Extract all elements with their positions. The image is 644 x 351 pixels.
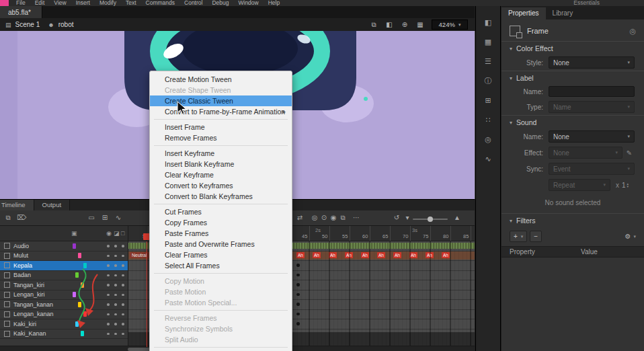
menu-item-insert-keyframe[interactable]: Insert Keyframe <box>150 148 292 159</box>
menu-item-insert-blank-keyframe[interactable]: Insert Blank Keyframe <box>150 159 292 169</box>
section-sound[interactable]: ▾ Sound <box>501 115 644 128</box>
edit-multiple-frames-icon[interactable]: ⧉ <box>337 212 348 223</box>
layer-outline-dot[interactable] <box>122 264 124 267</box>
filter-options-button[interactable]: ⚙ ▾ <box>625 233 636 240</box>
layer-row-tangan-kanan[interactable]: Tangan_kanan <box>0 300 128 310</box>
menu-item-cut-frames[interactable]: Cut Frames <box>150 206 292 217</box>
section-color-effect[interactable]: ▾ Color Effect <box>501 41 644 54</box>
menu-file[interactable]: File <box>11 0 30 6</box>
layer-row-lengan-kanan[interactable]: Lengan_kanan <box>0 310 128 320</box>
layer-lock-dot[interactable] <box>114 245 117 247</box>
layer-visibility-dot[interactable] <box>107 313 110 316</box>
layer-outline-dot[interactable] <box>122 255 124 258</box>
layer-row-tangan-kiri[interactable]: Tangan_kiri <box>0 280 128 290</box>
layer-outline-dot[interactable] <box>122 323 124 325</box>
menu-item-convert-to-frame-by-frame-animation[interactable]: Convert to Frame-by-Frame Animation▸ <box>150 106 292 117</box>
section-filters[interactable]: ▾ Filters <box>501 213 644 227</box>
layer-lock-dot[interactable] <box>114 333 117 336</box>
lock-icon[interactable]: ◪ <box>114 229 120 237</box>
menu-view[interactable]: View <box>49 0 71 6</box>
layer-visibility-dot[interactable] <box>107 284 110 286</box>
layer-lock-dot[interactable] <box>114 294 117 297</box>
menu-item-select-all-frames[interactable]: Select All Frames <box>150 260 292 271</box>
menu-item-clear-frames[interactable]: Clear Frames <box>150 249 292 260</box>
layer-lock-dot[interactable] <box>114 264 117 267</box>
menu-commands[interactable]: Commands <box>141 0 179 6</box>
layer-visibility-dot[interactable] <box>107 294 110 297</box>
tab-properties[interactable]: Properties <box>501 7 546 20</box>
delete-layer-icon[interactable]: ⌦ <box>16 212 27 223</box>
label-name-input[interactable] <box>549 86 635 97</box>
camera-icon[interactable]: ▣ <box>71 229 77 237</box>
document-tab[interactable]: ab5.fla* <box>0 6 42 18</box>
menu-item-convert-to-blank-keyframes[interactable]: Convert to Blank Keyframes <box>150 191 292 202</box>
code-snippets-panel-icon[interactable]: ∷ <box>482 114 494 125</box>
layer-outline-dot[interactable] <box>122 313 124 316</box>
playhead-line[interactable] <box>147 241 147 347</box>
layer-row-audio[interactable]: Audio <box>0 241 128 251</box>
menu-item-paste-and-overwrite-frames[interactable]: Paste and Overwrite Frames <box>150 239 292 249</box>
frame-zoom-icon[interactable]: ▲ <box>452 212 462 223</box>
grid-overlay-icon[interactable]: ▦ <box>415 21 425 29</box>
sound-name-select[interactable]: None ▾ <box>549 130 635 143</box>
menu-insert[interactable]: Insert <box>71 0 95 6</box>
menu-item-copy-frames[interactable]: Copy Frames <box>150 217 292 228</box>
menu-edit[interactable]: Edit <box>30 0 50 6</box>
layer-lock-dot[interactable] <box>114 303 117 306</box>
add-filter-button[interactable]: + ▾ <box>510 231 527 242</box>
remove-filter-button[interactable]: − <box>530 231 542 242</box>
layer-row-kaki-kanan[interactable]: Kaki_Kanan <box>0 329 128 340</box>
section-label[interactable]: ▾ Label <box>501 71 644 84</box>
menu-item-create-classic-tween[interactable]: Create Classic Tween <box>150 95 292 106</box>
paste-board-icon[interactable]: ◧ <box>385 21 394 29</box>
layer-row-lengan-kiri[interactable]: Lengan_kiri <box>0 290 128 301</box>
swap-frames-icon[interactable]: ⇄ <box>294 212 305 223</box>
clip-content-icon[interactable]: ⧉ <box>369 21 378 29</box>
layer-outline-dot[interactable] <box>122 303 124 306</box>
layer-visibility-dot[interactable] <box>107 264 110 267</box>
layer-outline-dot[interactable] <box>122 294 124 297</box>
layer-lock-dot[interactable] <box>114 255 117 258</box>
grid-view-icon[interactable]: ⊞ <box>99 212 110 223</box>
graph-view-icon[interactable]: ∿ <box>113 212 124 223</box>
menu-window[interactable]: Window <box>233 0 263 6</box>
timeline-options-icon[interactable]: ▾ <box>402 212 413 223</box>
menu-item-insert-frame[interactable]: Insert Frame <box>150 122 292 132</box>
menu-control[interactable]: Control <box>179 0 207 6</box>
layer-outline-dot[interactable] <box>122 274 124 277</box>
layer-visibility-dot[interactable] <box>107 245 110 247</box>
repeat-count-stepper[interactable]: ▴▾ <box>627 182 629 188</box>
style-select[interactable]: None ▾ <box>549 56 635 69</box>
menu-modify[interactable]: Modify <box>95 0 121 6</box>
layer-row-badan[interactable]: Badan <box>0 271 128 281</box>
loop-playback-icon[interactable]: ↺ <box>391 212 402 223</box>
layer-lock-dot[interactable] <box>114 274 117 277</box>
frame-size-icon[interactable]: ▭ <box>86 212 97 223</box>
brush-panel-icon[interactable]: ◧ <box>482 17 494 28</box>
menu-text[interactable]: Text <box>121 0 141 6</box>
align-panel-icon[interactable]: ☰ <box>482 56 494 67</box>
center-stage-icon[interactable]: ⊕ <box>400 21 409 29</box>
layer-visibility-dot[interactable] <box>107 323 110 325</box>
layer-lock-dot[interactable] <box>114 323 117 325</box>
breadcrumb-symbol[interactable]: robot <box>58 21 74 28</box>
workspace-switcher[interactable]: Essentials <box>573 0 600 6</box>
edit-sound-envelope-icon[interactable]: ✎ <box>624 149 635 157</box>
layer-lock-dot[interactable] <box>114 284 117 286</box>
layer-row-kepala[interactable]: Kepala <box>0 261 128 271</box>
motion-presets-panel-icon[interactable]: ∿ <box>482 153 494 164</box>
swatches-panel-icon[interactable]: ▦ <box>482 36 494 47</box>
slider-knob[interactable] <box>428 217 433 222</box>
layer-lock-dot[interactable] <box>114 313 117 316</box>
history-panel-icon[interactable]: ◎ <box>482 134 494 145</box>
layer-visibility-dot[interactable] <box>107 255 110 258</box>
outline-icon[interactable]: □ <box>121 229 124 237</box>
layer-row-mulut[interactable]: Mulut <box>0 251 128 262</box>
transform-panel-icon[interactable]: ⊞ <box>482 95 494 106</box>
menu-item-remove-frames[interactable]: Remove Frames <box>150 132 292 143</box>
tab-library[interactable]: Library <box>546 7 580 20</box>
menu-debug[interactable]: Debug <box>207 0 233 6</box>
panel-options-icon[interactable]: ◎ <box>629 27 636 36</box>
layer-outline-dot[interactable] <box>122 284 124 286</box>
layer-visibility-dot[interactable] <box>107 274 110 277</box>
